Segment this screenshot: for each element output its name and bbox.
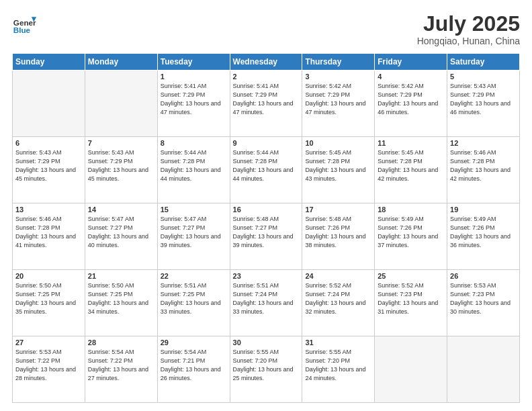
day-number: 24	[305, 272, 371, 280]
day-number: 2	[233, 73, 300, 81]
day-info: Sunrise: 5:43 AM Sunset: 7:29 PM Dayligh…	[15, 148, 82, 183]
weekday-header: Sunday	[13, 54, 85, 71]
title-block: July 2025 Hongqiao, Hunan, China	[417, 12, 520, 46]
calendar-cell: 8Sunrise: 5:44 AM Sunset: 7:28 PM Daylig…	[157, 137, 230, 203]
svg-text:Blue: Blue	[13, 26, 31, 34]
calendar-cell: 12Sunrise: 5:46 AM Sunset: 7:28 PM Dayli…	[447, 137, 520, 203]
day-info: Sunrise: 5:55 AM Sunset: 7:20 PM Dayligh…	[305, 348, 371, 383]
day-number: 17	[305, 205, 371, 214]
day-number: 29	[161, 338, 227, 347]
day-info: Sunrise: 5:43 AM Sunset: 7:29 PM Dayligh…	[88, 148, 154, 183]
day-info: Sunrise: 5:42 AM Sunset: 7:29 PM Dayligh…	[305, 82, 371, 117]
day-number: 6	[15, 139, 82, 147]
calendar-cell: 24Sunrise: 5:52 AM Sunset: 7:24 PM Dayli…	[302, 270, 375, 336]
day-number: 25	[378, 272, 444, 280]
calendar-cell	[13, 71, 85, 137]
logo-icon: General Blue	[12, 12, 36, 36]
day-number: 11	[378, 139, 444, 147]
day-number: 5	[450, 73, 517, 81]
day-info: Sunrise: 5:49 AM Sunset: 7:26 PM Dayligh…	[450, 215, 517, 250]
day-number: 4	[378, 73, 444, 81]
day-info: Sunrise: 5:51 AM Sunset: 7:25 PM Dayligh…	[161, 281, 227, 316]
weekday-header: Thursday	[302, 54, 375, 71]
day-info: Sunrise: 5:41 AM Sunset: 7:29 PM Dayligh…	[161, 82, 227, 117]
calendar-cell: 1Sunrise: 5:41 AM Sunset: 7:29 PM Daylig…	[157, 71, 230, 137]
day-number: 22	[161, 272, 227, 280]
calendar-cell: 10Sunrise: 5:45 AM Sunset: 7:28 PM Dayli…	[302, 137, 375, 203]
location: Hongqiao, Hunan, China	[417, 36, 520, 46]
day-number: 13	[15, 205, 82, 214]
calendar-cell: 13Sunrise: 5:46 AM Sunset: 7:28 PM Dayli…	[13, 203, 85, 270]
calendar-cell: 9Sunrise: 5:44 AM Sunset: 7:28 PM Daylig…	[230, 137, 302, 203]
day-info: Sunrise: 5:49 AM Sunset: 7:26 PM Dayligh…	[378, 215, 444, 250]
calendar-cell: 14Sunrise: 5:47 AM Sunset: 7:27 PM Dayli…	[85, 203, 157, 270]
weekday-header: Friday	[375, 54, 447, 71]
day-number: 14	[88, 205, 154, 214]
day-info: Sunrise: 5:47 AM Sunset: 7:27 PM Dayligh…	[161, 215, 227, 250]
calendar-cell: 7Sunrise: 5:43 AM Sunset: 7:29 PM Daylig…	[85, 137, 157, 203]
calendar-cell: 20Sunrise: 5:50 AM Sunset: 7:25 PM Dayli…	[13, 270, 85, 336]
day-info: Sunrise: 5:43 AM Sunset: 7:29 PM Dayligh…	[450, 82, 517, 117]
day-info: Sunrise: 5:53 AM Sunset: 7:22 PM Dayligh…	[15, 348, 82, 383]
weekday-header: Wednesday	[230, 54, 302, 71]
calendar-cell: 16Sunrise: 5:48 AM Sunset: 7:27 PM Dayli…	[230, 203, 302, 270]
day-number: 21	[88, 272, 154, 280]
day-info: Sunrise: 5:45 AM Sunset: 7:28 PM Dayligh…	[305, 148, 371, 183]
day-info: Sunrise: 5:41 AM Sunset: 7:29 PM Dayligh…	[233, 82, 300, 117]
day-number: 1	[161, 73, 227, 81]
weekday-header: Tuesday	[157, 54, 230, 71]
calendar-cell: 28Sunrise: 5:54 AM Sunset: 7:22 PM Dayli…	[85, 336, 157, 403]
day-number: 20	[15, 272, 82, 280]
calendar-cell: 6Sunrise: 5:43 AM Sunset: 7:29 PM Daylig…	[13, 137, 85, 203]
calendar-cell: 23Sunrise: 5:51 AM Sunset: 7:24 PM Dayli…	[230, 270, 302, 336]
day-info: Sunrise: 5:48 AM Sunset: 7:26 PM Dayligh…	[305, 215, 371, 250]
day-number: 7	[88, 139, 154, 147]
day-number: 3	[305, 73, 371, 81]
calendar-cell: 27Sunrise: 5:53 AM Sunset: 7:22 PM Dayli…	[13, 336, 85, 403]
day-number: 10	[305, 139, 371, 147]
calendar-cell: 30Sunrise: 5:55 AM Sunset: 7:20 PM Dayli…	[230, 336, 302, 403]
day-number: 26	[450, 272, 517, 280]
day-info: Sunrise: 5:53 AM Sunset: 7:23 PM Dayligh…	[450, 281, 517, 316]
day-number: 19	[450, 205, 517, 214]
day-number: 28	[88, 338, 154, 347]
day-info: Sunrise: 5:54 AM Sunset: 7:21 PM Dayligh…	[161, 348, 227, 383]
calendar-cell: 26Sunrise: 5:53 AM Sunset: 7:23 PM Dayli…	[447, 270, 520, 336]
day-info: Sunrise: 5:42 AM Sunset: 7:29 PM Dayligh…	[378, 82, 444, 117]
calendar-cell: 5Sunrise: 5:43 AM Sunset: 7:29 PM Daylig…	[447, 71, 520, 137]
day-number: 31	[305, 338, 371, 347]
calendar-cell: 29Sunrise: 5:54 AM Sunset: 7:21 PM Dayli…	[157, 336, 230, 403]
day-number: 27	[15, 338, 82, 347]
day-info: Sunrise: 5:52 AM Sunset: 7:24 PM Dayligh…	[305, 281, 371, 316]
calendar-cell: 18Sunrise: 5:49 AM Sunset: 7:26 PM Dayli…	[375, 203, 447, 270]
day-info: Sunrise: 5:46 AM Sunset: 7:28 PM Dayligh…	[15, 215, 82, 250]
month-year: July 2025	[417, 12, 520, 36]
logo: General Blue	[12, 12, 36, 36]
day-info: Sunrise: 5:52 AM Sunset: 7:23 PM Dayligh…	[378, 281, 444, 316]
day-number: 9	[233, 139, 300, 147]
day-info: Sunrise: 5:51 AM Sunset: 7:24 PM Dayligh…	[233, 281, 300, 316]
day-number: 16	[233, 205, 300, 214]
day-info: Sunrise: 5:45 AM Sunset: 7:28 PM Dayligh…	[378, 148, 444, 183]
calendar-cell: 11Sunrise: 5:45 AM Sunset: 7:28 PM Dayli…	[375, 137, 447, 203]
day-number: 12	[450, 139, 517, 147]
calendar-cell: 17Sunrise: 5:48 AM Sunset: 7:26 PM Dayli…	[302, 203, 375, 270]
calendar-cell	[85, 71, 157, 137]
calendar-cell: 3Sunrise: 5:42 AM Sunset: 7:29 PM Daylig…	[302, 71, 375, 137]
day-info: Sunrise: 5:50 AM Sunset: 7:25 PM Dayligh…	[15, 281, 82, 316]
header: General Blue July 2025 Hongqiao, Hunan, …	[12, 12, 520, 46]
day-info: Sunrise: 5:44 AM Sunset: 7:28 PM Dayligh…	[161, 148, 227, 183]
day-number: 15	[161, 205, 227, 214]
day-number: 18	[378, 205, 444, 214]
day-info: Sunrise: 5:50 AM Sunset: 7:25 PM Dayligh…	[88, 281, 154, 316]
weekday-header: Saturday	[447, 54, 520, 71]
calendar-cell: 22Sunrise: 5:51 AM Sunset: 7:25 PM Dayli…	[157, 270, 230, 336]
day-info: Sunrise: 5:55 AM Sunset: 7:20 PM Dayligh…	[233, 348, 300, 383]
calendar-cell	[447, 336, 520, 403]
calendar: SundayMondayTuesdayWednesdayThursdayFrid…	[12, 53, 520, 403]
calendar-cell: 15Sunrise: 5:47 AM Sunset: 7:27 PM Dayli…	[157, 203, 230, 270]
day-info: Sunrise: 5:44 AM Sunset: 7:28 PM Dayligh…	[233, 148, 300, 183]
day-number: 8	[161, 139, 227, 147]
calendar-cell: 31Sunrise: 5:55 AM Sunset: 7:20 PM Dayli…	[302, 336, 375, 403]
day-info: Sunrise: 5:47 AM Sunset: 7:27 PM Dayligh…	[88, 215, 154, 250]
